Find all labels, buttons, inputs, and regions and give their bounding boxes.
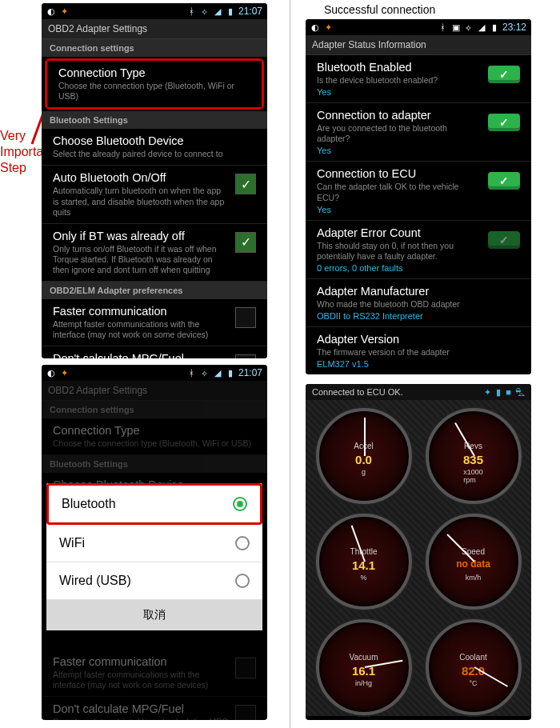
gauge-coolant[interactable]: Coolant 82.0 °C (426, 619, 522, 715)
row-title: Don't calculate MPG/Fuel (53, 352, 229, 358)
status-version[interactable]: Adapter VersionThe firmware version of t… (306, 327, 531, 374)
status-ecu-connection[interactable]: Connection to ECUCan the adapter talk OK… (306, 162, 531, 220)
bt-icon: ᚼ (187, 368, 197, 378)
phone-settings: ◐ ✦ ᚼ ⟡ ◢ ▮ 21:07 OBD2 Adapter Settings … (42, 3, 267, 358)
checkbox-icon[interactable] (235, 174, 256, 194)
status-manufacturer[interactable]: Adapter ManufacturerWho made the bluetoo… (306, 279, 531, 327)
needle-icon (350, 526, 365, 562)
row-value: 0 errors, 0 other faults (317, 263, 482, 273)
notif-icon: ✦ (323, 22, 333, 32)
highlight-bluetooth-option: Bluetooth (46, 483, 262, 525)
pref-faster: Faster communicationAttempt faster commu… (42, 650, 267, 697)
gauge-unit: g (362, 468, 366, 476)
pref-faster[interactable]: Faster communication Attempt faster comm… (42, 299, 267, 346)
gauge-label: Vacuum (350, 653, 378, 662)
gauge-label: Throttle (350, 547, 378, 556)
radio-icon[interactable] (235, 574, 250, 588)
battery-icon: ▮ (226, 6, 235, 16)
row-sub: Is the device bluetooth enabled? (317, 75, 482, 86)
gauge-throttle[interactable]: Throttle 14.1 % (316, 514, 412, 610)
gauge-unit: km/h (466, 574, 482, 582)
row-title: Auto Bluetooth On/Off (53, 171, 229, 184)
cancel-button[interactable]: 取消 (46, 600, 262, 630)
option-label: WiFi (59, 536, 85, 550)
pref-only-if-off[interactable]: Only if BT was already off Only turns on… (42, 224, 267, 282)
row-title: Only if BT was already off (53, 230, 229, 242)
row-sub: Who made the bluetooth OBD adapter (317, 299, 520, 310)
status-adapter-connection[interactable]: Connection to adapterAre you connected t… (306, 103, 531, 162)
status-ok-icon (488, 66, 520, 83)
battery-icon[interactable]: ■ (506, 387, 511, 398)
pref-choose-bt[interactable]: Choose Bluetooth Device Select the alrea… (42, 129, 267, 166)
checkbox-icon[interactable] (235, 354, 256, 358)
screen-title: OBD2 Adapter Settings (42, 19, 267, 39)
pref-connection-type: Connection TypeChoose the connection typ… (42, 418, 267, 455)
row-value: OBDII to RS232 Interpreter (317, 311, 520, 321)
status-ok-icon (488, 172, 520, 190)
row-title: Don't calculate MPG/Fuel (53, 702, 229, 715)
gauge-revs[interactable]: Revs 835 x1000 rpm (426, 408, 522, 504)
notif-icon: ✦ (59, 6, 69, 16)
radio-icon[interactable] (233, 497, 247, 511)
gauge-vacuum[interactable]: Vacuum 16.1 in/Hg (316, 619, 412, 715)
highlight-connection-type: Connection Type Choose the connection ty… (45, 58, 264, 110)
success-label: Successful connection (324, 3, 435, 16)
option-label: Wired (USB) (59, 574, 131, 588)
checkbox-icon[interactable] (235, 307, 256, 328)
row-title: Adapter Manufacturer (317, 285, 520, 298)
wifi-icon: ⟡ (200, 6, 210, 16)
option-label: Bluetooth (62, 497, 116, 511)
battery-icon: ▮ (226, 368, 235, 378)
row-value: Yes (317, 87, 482, 97)
clock: 23:12 (502, 22, 526, 33)
pref-mpg: Don't calculate MPG/FuelSpeed up data re… (42, 697, 267, 720)
bt-icon: ᚼ (438, 22, 448, 32)
row-title: Connection to adapter (317, 109, 482, 122)
option-bluetooth[interactable]: Bluetooth (49, 486, 260, 522)
gauges-grid[interactable]: Accel 0.0 g Revs 835 x1000 rpm Throttle … (306, 400, 531, 720)
gauge-label: Coolant (459, 653, 486, 662)
phone-icon[interactable]: ▮ (496, 387, 501, 398)
gauge-unit: °C (469, 679, 477, 687)
option-usb[interactable]: Wired (USB) (46, 562, 262, 600)
status-bluetooth-enabled[interactable]: Bluetooth EnabledIs the device bluetooth… (306, 55, 531, 103)
gauge-accel[interactable]: Accel 0.0 g (316, 408, 412, 504)
row-value: ELM327 v1.5 (317, 359, 520, 369)
wifi-icon: ⟡ (200, 368, 210, 378)
signal-icon: ◢ (477, 22, 486, 32)
row-sub: Select the already paired device to conn… (53, 149, 256, 159)
row-title: Choose Bluetooth Device (53, 134, 256, 147)
row-title: Connection to ECU (317, 167, 482, 180)
pref-connection-type[interactable]: Connection Type Choose the connection ty… (47, 61, 262, 107)
pref-auto-bt[interactable]: Auto Bluetooth On/Off Automatically turn… (42, 166, 267, 223)
checkbox-icon (235, 705, 256, 720)
connection-text: Connected to ECU OK. (312, 387, 403, 397)
car-icon[interactable]: ⛍ (516, 387, 525, 398)
gauge-speed[interactable]: Speed no data km/h (426, 514, 522, 610)
section-obd: OBD2/ELM Adapter preferences (42, 282, 267, 299)
section-connection: Connection settings (42, 401, 267, 418)
gauge-unit: in/Hg (355, 679, 372, 687)
checkbox-icon[interactable] (235, 232, 256, 253)
gps-icon[interactable]: ✦ (484, 387, 491, 398)
signal-icon: ◢ (213, 6, 222, 16)
row-title: Adapter Error Count (317, 226, 482, 239)
screen-title: Adapter Status Information (306, 35, 531, 55)
phone-status: ◐✦ ᚼ▣⟡◢▮23:12 Adapter Status Information… (306, 19, 531, 374)
row-title: Bluetooth Enabled (317, 61, 482, 74)
screen-title: OBD2 Adapter Settings (42, 381, 267, 401)
app-icon: ◐ (46, 368, 56, 378)
radio-icon[interactable] (235, 536, 250, 550)
phone-dialog: ◐✦ ᚼ⟡◢▮21:07 OBD2 Adapter Settings Conne… (42, 365, 267, 720)
row-value: Yes (317, 205, 482, 214)
row-sub: Speed up data retrieval by not calculati… (53, 717, 229, 720)
gauge-unit: x1000 rpm (463, 468, 483, 484)
section-connection: Connection settings (42, 39, 267, 57)
battery-icon: ▮ (490, 22, 499, 32)
row-sub: Can the adapter talk OK to the vehicle E… (317, 182, 482, 202)
option-wifi[interactable]: WiFi (46, 525, 262, 562)
row-sub: The firmware version of the adapter (317, 347, 520, 358)
pref-mpg[interactable]: Don't calculate MPG/Fuel Speed up data r… (42, 346, 267, 358)
row-title: Adapter Version (317, 333, 520, 346)
status-error-count[interactable]: Adapter Error CountThis should stay on 0… (306, 221, 531, 279)
